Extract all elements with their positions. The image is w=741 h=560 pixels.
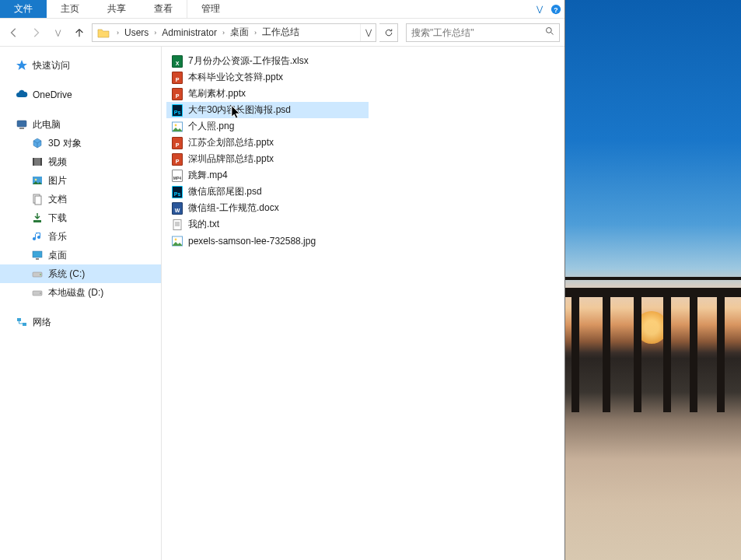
documents-icon (31, 193, 44, 205)
download-icon (31, 212, 44, 224)
search-icon[interactable] (545, 26, 554, 38)
file-row[interactable]: Ps微信底部尾图.psd (166, 184, 369, 200)
file-row[interactable]: P江苏企划部总结.pptx (166, 135, 369, 151)
picture-icon (31, 174, 44, 187)
svg-rect-4 (17, 121, 26, 127)
pptx-file-icon: P (171, 137, 184, 149)
sidebar-desktop[interactable]: 桌面 (0, 246, 161, 264)
up-button[interactable] (70, 23, 89, 42)
svg-point-19 (40, 292, 41, 294)
crumb-desktop[interactable]: 桌面 (227, 26, 252, 39)
menu-file[interactable]: 文件 (0, 0, 47, 18)
sidebar-item-label: OneDrive (33, 89, 72, 100)
file-row[interactable]: Ps大年30内容长图海报.psd (166, 102, 369, 118)
pptx-file-icon: P (171, 72, 184, 84)
file-name: 笔刷素材.pptx (188, 87, 246, 100)
file-row[interactable]: pexels-samson-lee-732588.jpg (166, 233, 369, 249)
file-row[interactable]: MP4跳舞.mp4 (166, 167, 369, 184)
sidebar-item-label: 网络 (33, 316, 51, 329)
chevron-right-icon: › (252, 29, 259, 37)
pptx-file-icon: P (171, 88, 184, 100)
mp4-file-icon: MP4 (171, 170, 184, 182)
menu-share[interactable]: 共享 (93, 0, 140, 18)
sidebar-item-label: 音乐 (48, 230, 67, 243)
svg-rect-15 (36, 258, 39, 260)
sidebar-downloads[interactable]: 下载 (0, 208, 161, 227)
address-history-icon[interactable]: ⋁ (360, 24, 376, 41)
forward-button[interactable] (26, 23, 45, 42)
drive-icon (31, 286, 44, 299)
file-name: 微信底部尾图.psd (188, 185, 262, 198)
menu-home[interactable]: 主页 (47, 0, 93, 18)
star-icon (16, 59, 28, 72)
file-name: 本科毕业论文答辩.pptx (188, 71, 283, 84)
sidebar-item-label: 快速访问 (33, 59, 70, 72)
sidebar-drive-d[interactable]: 本地磁盘 (D:) (0, 283, 161, 302)
pptx-file-icon: P (171, 153, 184, 166)
svg-point-2 (547, 28, 552, 33)
sidebar-item-label: 图片 (48, 174, 67, 187)
file-row[interactable]: X7月份办公资源-工作报告.xlsx (166, 53, 369, 69)
file-row[interactable]: W微信组-工作规范.docx (166, 200, 369, 216)
address-toolbar: ⋁ › Users › Administrator › 桌面 › 工作总结 ⋁ (0, 19, 564, 47)
sidebar-network[interactable]: 网络 (0, 313, 161, 331)
sidebar-item-label: 视频 (48, 156, 67, 169)
file-list[interactable]: X7月份办公资源-工作报告.xlsxP本科毕业论文答辩.pptxP笔刷素材.pp… (162, 47, 564, 560)
chevron-right-icon: › (220, 29, 227, 37)
docx-file-icon: W (171, 202, 184, 215)
music-icon (31, 230, 44, 243)
svg-rect-8 (40, 158, 42, 166)
sidebar-documents[interactable]: 文档 (0, 190, 161, 208)
sidebar-item-label: 文档 (48, 193, 67, 206)
search-box[interactable] (406, 23, 560, 42)
file-name: 7月份办公资源-工作报告.xlsx (188, 54, 309, 68)
sidebar-drive-c[interactable]: 系统 (C:) (0, 264, 161, 283)
chevron-right-icon: › (114, 29, 121, 37)
wallpaper-pier (565, 280, 741, 342)
jpg-file-icon (171, 235, 184, 247)
xlsx-file-icon: X (171, 55, 184, 68)
back-button[interactable] (5, 23, 23, 42)
sidebar-item-label: 系统 (C:) (48, 268, 85, 281)
crumb-administrator[interactable]: Administrator (159, 27, 220, 38)
menu-view[interactable]: 查看 (140, 0, 187, 18)
sidebar-music[interactable]: 音乐 (0, 227, 161, 246)
file-name: 微信组-工作规范.docx (188, 201, 279, 215)
drive-icon (31, 268, 44, 280)
svg-rect-7 (33, 158, 34, 166)
refresh-button[interactable] (379, 23, 398, 42)
sidebar-pictures[interactable]: 图片 (0, 171, 161, 190)
file-row[interactable]: 个人照.png (166, 118, 369, 135)
cloud-icon (16, 89, 28, 101)
search-input[interactable] (411, 27, 545, 38)
crumb-current[interactable]: 工作总结 (259, 26, 302, 39)
file-row[interactable]: P深圳品牌部总结.pptx (166, 151, 369, 167)
menu-bar: 文件 主页 共享 查看 管理 ⋁ ? (0, 0, 564, 19)
svg-rect-13 (33, 220, 41, 222)
file-name: pexels-samson-lee-732588.jpg (188, 236, 316, 247)
address-bar[interactable]: › Users › Administrator › 桌面 › 工作总结 ⋁ (92, 23, 376, 42)
sidebar-quick-access[interactable]: 快速访问 (0, 56, 161, 75)
desktop-icon (31, 249, 44, 261)
sidebar-item-label: 此电脑 (33, 118, 61, 131)
sidebar-videos[interactable]: 视频 (0, 152, 161, 171)
explorer-window: 文件 主页 共享 查看 管理 ⋁ ? ⋁ › Users › Administr… (0, 0, 565, 560)
help-icon[interactable]: ? (547, 0, 564, 18)
folder-icon (96, 25, 111, 40)
sidebar-item-label: 下载 (48, 212, 67, 225)
sidebar-3d-objects[interactable]: 3D 对象 (0, 134, 161, 152)
nav-tree: 快速访问 OneDrive 此电脑 3D 对象 (0, 47, 162, 560)
ribbon-expand-icon[interactable]: ⋁ (532, 0, 547, 18)
sidebar-onedrive[interactable]: OneDrive (0, 86, 161, 104)
menu-manage[interactable]: 管理 (187, 0, 234, 18)
file-row[interactable]: 我的.txt (166, 216, 369, 233)
file-row[interactable]: P本科毕业论文答辩.pptx (166, 69, 369, 86)
pc-icon (16, 118, 28, 131)
svg-rect-24 (173, 219, 181, 229)
file-row[interactable]: P笔刷素材.pptx (166, 86, 369, 102)
recent-locations-icon[interactable]: ⋁ (48, 23, 67, 42)
crumb-users[interactable]: Users (121, 27, 152, 38)
svg-point-17 (40, 274, 41, 275)
file-name: 我的.txt (188, 218, 219, 231)
sidebar-this-pc[interactable]: 此电脑 (0, 115, 161, 134)
